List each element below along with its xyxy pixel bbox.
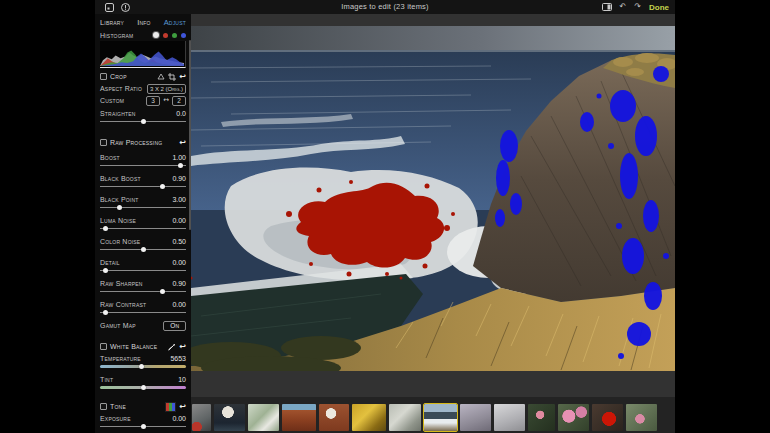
- luma-noise-slider[interactable]: [100, 226, 186, 231]
- raw-contrast-value: 0.00: [172, 301, 186, 308]
- thumbnail-1[interactable]: [192, 404, 211, 431]
- custom-width-field[interactable]: 3: [146, 96, 160, 106]
- color-noise-value: 0.50: [172, 238, 186, 245]
- black-point-slider[interactable]: [100, 205, 186, 210]
- thumbnail-6[interactable]: [352, 404, 386, 431]
- straighten-value: 0.0: [176, 110, 186, 117]
- redo-icon[interactable]: ↷: [634, 3, 641, 11]
- detail-label: Detail: [100, 259, 120, 266]
- gamut-map-toggle[interactable]: On: [163, 321, 186, 331]
- tab-info[interactable]: Info: [137, 18, 150, 27]
- flip-icon[interactable]: [157, 73, 165, 80]
- thumbnail-13[interactable]: [592, 404, 623, 431]
- black-boost-label: Black Boost: [100, 175, 141, 182]
- color-noise-slider-thumb[interactable]: [141, 247, 146, 252]
- window-title: Images to edit (23 items): [95, 0, 675, 14]
- temperature-label: Temperature: [100, 355, 141, 362]
- white-balance-title: White Balance: [110, 343, 157, 350]
- exposure-value: 0.00: [172, 415, 186, 422]
- raw-contrast-label: Raw Contrast: [100, 301, 146, 308]
- thumbnail-11[interactable]: [528, 404, 555, 431]
- slider-group-black-point: Black Point3.00: [100, 195, 186, 210]
- exposure-label: Exposure: [100, 415, 131, 422]
- raw-reset-icon[interactable]: ↩: [179, 139, 186, 147]
- black-boost-slider[interactable]: [100, 184, 186, 189]
- temperature-slider[interactable]: [100, 364, 186, 369]
- raw-sharpen-label: Raw Sharpen: [100, 280, 143, 287]
- channel-blue-dot[interactable]: [181, 33, 186, 38]
- tint-slider-thumb[interactable]: [141, 385, 146, 390]
- channel-red-dot[interactable]: [163, 33, 168, 38]
- thumbnail-2[interactable]: [214, 404, 245, 431]
- thumbnail-5[interactable]: [319, 404, 349, 431]
- boost-label: Boost: [100, 154, 120, 161]
- thumbnail-9[interactable]: [460, 404, 491, 431]
- eyedropper-icon[interactable]: [168, 343, 176, 351]
- slider-group-color-noise: Color Noise0.50: [100, 237, 186, 252]
- black-boost-slider-thumb[interactable]: [160, 184, 165, 189]
- raw-contrast-slider-thumb[interactable]: [103, 310, 108, 315]
- aspect-ratio-dropdown[interactable]: 3 X 2 (Orig.): [147, 84, 186, 94]
- wb-reset-icon[interactable]: ↩: [179, 343, 186, 351]
- crop-checkbox[interactable]: [100, 73, 107, 80]
- histogram-label: Histogram: [100, 32, 133, 39]
- detail-value: 0.00: [172, 259, 186, 266]
- tint-slider[interactable]: [100, 385, 186, 390]
- channel-white-dot[interactable]: [153, 32, 159, 38]
- done-button[interactable]: Done: [649, 3, 669, 12]
- boost-slider[interactable]: [100, 163, 186, 168]
- tone-rgb-icon: [165, 402, 176, 412]
- boost-value: 1.00: [172, 154, 186, 161]
- black-boost-value: 0.90: [172, 175, 186, 182]
- straighten-slider-thumb[interactable]: [141, 119, 146, 124]
- gamut-map-label: Gamut Map: [100, 322, 136, 329]
- undo-icon[interactable]: ↶: [620, 3, 627, 11]
- thumbnail-10[interactable]: [494, 404, 525, 431]
- histogram-graph: [100, 41, 186, 68]
- color-noise-label: Color Noise: [100, 238, 140, 245]
- color-noise-slider[interactable]: [100, 247, 186, 252]
- crop-icon[interactable]: [168, 73, 176, 81]
- tab-library[interactable]: Library: [100, 18, 124, 27]
- raw-sliders-list: Boost1.00Black Boost0.90Black Point3.00L…: [100, 153, 186, 315]
- boost-slider-thumb[interactable]: [178, 163, 183, 168]
- exposure-slider[interactable]: [100, 424, 186, 429]
- filmstrip-thumbs: [192, 404, 657, 431]
- raw-sharpen-slider[interactable]: [100, 289, 186, 294]
- histogram-channel-dots: [153, 32, 186, 38]
- temperature-value: 5653: [170, 355, 186, 362]
- thumbnail-selected[interactable]: [424, 404, 457, 431]
- custom-label: Custom: [100, 97, 124, 104]
- thumbnail-14[interactable]: [626, 404, 657, 431]
- photo-canvas[interactable]: [191, 26, 675, 371]
- straighten-label: Straighten: [100, 110, 136, 117]
- temperature-slider-thumb[interactable]: [139, 364, 144, 369]
- raw-processing-checkbox[interactable]: [100, 139, 107, 146]
- white-balance-checkbox[interactable]: [100, 343, 107, 350]
- straighten-control: Straighten 0.0: [100, 109, 186, 124]
- panel-toggle-icon[interactable]: [602, 3, 612, 11]
- detail-slider-thumb[interactable]: [103, 268, 108, 273]
- crop-reset-icon[interactable]: ↩: [179, 73, 186, 81]
- raw-contrast-slider[interactable]: [100, 310, 186, 315]
- luma-noise-slider-thumb[interactable]: [103, 226, 108, 231]
- exposure-slider-thumb[interactable]: [141, 424, 146, 429]
- thumbnail-7[interactable]: [389, 404, 421, 431]
- tone-title: Tone: [110, 403, 126, 410]
- custom-height-field[interactable]: 2: [172, 96, 186, 106]
- channel-green-dot[interactable]: [172, 33, 177, 38]
- swap-aspect-icon[interactable]: ↔: [163, 97, 169, 104]
- tab-adjust[interactable]: Adjust: [164, 18, 186, 27]
- crop-section-title: Crop: [110, 73, 127, 80]
- thumbnail-4[interactable]: [282, 404, 316, 431]
- tone-reset-icon[interactable]: ↩: [179, 403, 186, 411]
- tint-value: 10: [178, 376, 186, 383]
- thumbnail-12[interactable]: [558, 404, 589, 431]
- thumbnail-3[interactable]: [248, 404, 279, 431]
- tone-checkbox[interactable]: [100, 403, 107, 410]
- tint-control: Tint 10: [100, 375, 186, 390]
- raw-sharpen-slider-thumb[interactable]: [160, 289, 165, 294]
- straighten-slider[interactable]: [100, 119, 186, 124]
- black-point-slider-thumb[interactable]: [117, 205, 122, 210]
- detail-slider[interactable]: [100, 268, 186, 273]
